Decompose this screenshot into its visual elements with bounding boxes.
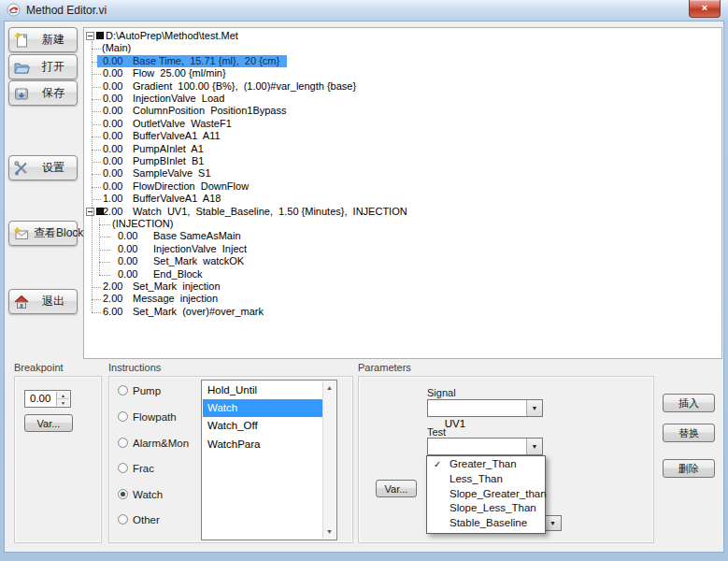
instruction-list-item[interactable]: Watch — [203, 399, 322, 417]
tree-row-content[interactable]: 1.00BufferValveA1 A18 — [97, 193, 228, 205]
tree-row-content[interactable]: 0.00Set_Mark watckOK — [112, 255, 251, 267]
tree-row-content[interactable]: 0.00InjectionValve Load — [97, 93, 232, 105]
dropdown-menu-item[interactable]: Slope_Less_Than — [427, 501, 545, 516]
tree-row-content[interactable]: 0.00PumpAInlet A1 — [97, 143, 211, 155]
delete-button[interactable]: 删除 — [663, 459, 715, 478]
close-button[interactable]: × — [689, 0, 721, 18]
tree-row[interactable]: 0.00Set_Mark watckOK — [86, 255, 720, 267]
tree-row[interactable]: 2.00Watch UV1, Stable_Baseline, 1.50 {Mi… — [86, 206, 720, 218]
tree-row[interactable]: 0.00Base SameAsMain — [86, 230, 720, 242]
tree-row[interactable]: 1.00BufferValveA1 A18 — [86, 193, 720, 205]
tree-row[interactable]: 0.00SampleValve S1 — [86, 167, 720, 180]
tree-row[interactable]: 2.00Set_Mark injection — [86, 280, 720, 293]
radio-alarm-mon[interactable]: Alarm&Mon — [118, 437, 189, 449]
tree-row[interactable]: 0.00PumpAInlet A1 — [86, 143, 720, 155]
radio-flowpath[interactable]: Flowpath — [118, 410, 177, 423]
radio-label: Other — [133, 514, 160, 525]
tree-row[interactable]: (Main) — [86, 42, 720, 54]
tree-row[interactable]: 0.00Gradient 100.00 {B%}, (1.00)#var_len… — [86, 80, 720, 93]
instruction-list-item[interactable]: WatchPara — [203, 436, 322, 453]
radio-button-icon[interactable] — [118, 411, 128, 422]
signal-select[interactable]: UV1 ▼ — [427, 399, 543, 417]
radio-frac[interactable]: Frac — [118, 462, 154, 474]
tree-row[interactable]: 0.00Flow 25.00 {ml/min} — [86, 67, 720, 79]
tree-row-content[interactable]: 0.00Gradient 100.00 {B%}, (1.00)#var_len… — [97, 80, 364, 93]
dropdown-menu-item-label: Slope_Less_Than — [450, 502, 536, 513]
radio-button-icon[interactable] — [118, 438, 128, 448]
dropdown-menu-item[interactable]: Less_Than — [427, 472, 545, 487]
tree-row[interactable]: 0.00BufferValveA1 A11 — [86, 130, 720, 142]
tree-row-content[interactable]: 0.00PumpBInlet B1 — [97, 155, 211, 167]
radio-watch[interactable]: Watch — [118, 488, 163, 500]
sidebar-button-settings[interactable]: 设置 — [8, 155, 78, 180]
instruction-list-item[interactable]: Watch_Off — [203, 417, 322, 435]
tree-row[interactable]: 6.00Set_Mark (over)#over_mark — [86, 306, 720, 318]
tree-row-content[interactable]: 0.00Flow 25.00 {ml/min} — [97, 67, 234, 79]
expand-collapse-icon[interactable] — [86, 208, 94, 216]
radio-button-icon[interactable] — [118, 385, 128, 396]
test-select[interactable]: Greater_Than ▼ — [427, 438, 543, 455]
tree-row[interactable]: 0.00ColumnPosition Position1Bypass — [86, 105, 720, 117]
tree-row-content[interactable]: 0.00OutletValve WasteF1 — [97, 118, 239, 130]
tree-row-content[interactable]: 0.00InjectionValve Inject — [112, 243, 254, 255]
tree-row-content[interactable]: 6.00Set_Mark (over)#over_mark — [97, 306, 271, 318]
breakpoint-var-button[interactable]: Var... — [24, 414, 73, 432]
sidebar-button-exit[interactable]: 退出 — [8, 289, 78, 314]
expand-collapse-icon[interactable] — [86, 32, 94, 40]
sidebar-button-new[interactable]: 新建 — [8, 27, 78, 52]
replace-button[interactable]: 替换 — [663, 424, 715, 442]
tree-row-content[interactable]: 2.00Message injection — [97, 293, 225, 305]
scrollbar-up-icon[interactable]: ▲ — [323, 381, 335, 395]
tree-row-content[interactable]: 0.00SampleValve S1 — [97, 167, 219, 180]
sidebar-button-view-block[interactable]: 查看Block — [8, 221, 78, 246]
tree-row[interactable]: 0.00OutletValve WasteF1 — [86, 118, 720, 130]
parameters-var-button[interactable]: Var... — [376, 480, 417, 497]
combo-arrow-icon[interactable]: ▼ — [526, 439, 542, 454]
sidebar-button-save[interactable]: 保存 — [8, 80, 78, 106]
app-icon — [7, 3, 21, 17]
tree-row-content[interactable]: 0.00BufferValveA1 A11 — [97, 130, 228, 142]
hidden-combo-arrow-icon[interactable]: ▼ — [544, 515, 562, 531]
spinner-down-icon[interactable]: ▼ — [57, 398, 69, 407]
tree-row[interactable]: 0.00End_Block — [86, 268, 720, 280]
tree-row[interactable]: (INJECTION) — [86, 218, 720, 230]
sidebar-button-open[interactable]: 打开 — [8, 54, 78, 79]
tree-root-row[interactable]: D:\AutoPrep\Method\test.Met — [86, 30, 720, 42]
dropdown-menu-item[interactable]: ✓Greater_Than — [427, 457, 545, 472]
radio-button-icon[interactable] — [118, 463, 128, 473]
tree-row-content[interactable]: (INJECTION) — [107, 218, 180, 230]
tree-row-time: 0.00 — [103, 167, 133, 180]
tree-row-content[interactable]: 2.00Set_Mark injection — [97, 280, 228, 293]
tree-row-content-selected[interactable]: 0.00Base Time, 15.71 {ml}, 20 {cm} — [97, 55, 287, 67]
tree-row-content[interactable]: 0.00ColumnPosition Position1Bypass — [97, 105, 293, 117]
tree-row-time: 0.00 — [118, 230, 153, 242]
radio-label: Pump — [133, 385, 161, 396]
test-dropdown-menu[interactable]: ✓Greater_ThanLess_ThanSlope_Greater_than… — [426, 455, 546, 534]
radio-button-icon[interactable] — [118, 514, 128, 525]
instruction-listbox[interactable]: Hold_UntilWatchWatch_OffWatchPara ▲ ▼ — [201, 380, 337, 540]
radio-pump[interactable]: Pump — [118, 384, 161, 396]
tree-row-content[interactable]: 2.00Watch UV1, Stable_Baseline, 1.50 {Mi… — [97, 206, 415, 218]
insert-button[interactable]: 插入 — [663, 394, 715, 412]
radio-button-icon[interactable] — [118, 489, 128, 499]
radio-other[interactable]: Other — [118, 513, 160, 525]
method-tree[interactable]: D:\AutoPrep\Method\test.Met(Main)0.00Bas… — [83, 27, 722, 359]
combo-arrow-icon[interactable]: ▼ — [526, 400, 542, 416]
tree-row[interactable]: 0.00InjectionValve Load — [86, 93, 720, 105]
tree-row[interactable]: 0.00PumpBInlet B1 — [86, 155, 720, 167]
instruction-list-item[interactable]: Hold_Until — [203, 381, 322, 399]
scrollbar-down-icon[interactable]: ▼ — [323, 525, 335, 539]
breakpoint-value-input[interactable]: 0.00 ▲ ▼ — [24, 390, 71, 408]
tree-row[interactable]: 0.00FlowDirection DownFlow — [86, 180, 720, 193]
tree-row-time: 2.00 — [103, 206, 133, 218]
tree-row-content[interactable]: 0.00End_Block — [112, 268, 210, 280]
tree-row[interactable]: 0.00Base Time, 15.71 {ml}, 20 {cm} — [86, 55, 720, 67]
tree-row-content[interactable]: 0.00FlowDirection DownFlow — [97, 180, 256, 193]
dropdown-menu-item[interactable]: Stable_Baseline — [427, 516, 545, 531]
tree-row[interactable]: 2.00Message injection — [86, 293, 720, 305]
listbox-scrollbar[interactable]: ▲ ▼ — [322, 381, 335, 539]
tree-row-content[interactable]: (Main) — [96, 42, 138, 54]
tree-row[interactable]: 0.00InjectionValve Inject — [86, 243, 720, 255]
dropdown-menu-item[interactable]: Slope_Greater_than — [427, 487, 545, 502]
tree-row-content[interactable]: 0.00Base SameAsMain — [112, 230, 249, 242]
